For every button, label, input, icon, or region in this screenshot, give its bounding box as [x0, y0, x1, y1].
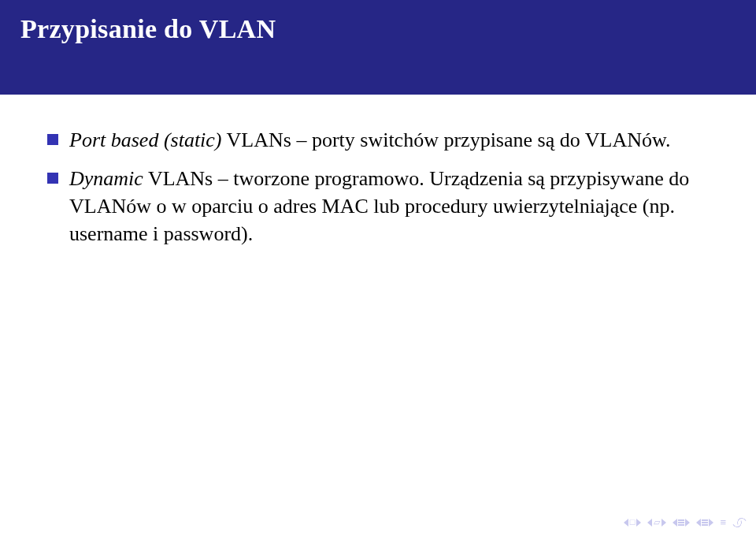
- nav-doc-group[interactable]: [696, 519, 713, 527]
- bullet-rest: VLANs – tworzone programowo. Urządzenia …: [69, 167, 689, 245]
- beamer-nav-bar: □ ▱ ≡: [624, 516, 747, 528]
- subsection-icon: ▱: [653, 518, 661, 527]
- doc-end-icon[interactable]: [709, 519, 713, 527]
- section-icon: [678, 519, 684, 526]
- nav-frame-group[interactable]: □: [624, 518, 642, 527]
- frame-icon: □: [629, 518, 636, 527]
- slide-content: Port based (static) VLANs – porty switch…: [0, 95, 756, 248]
- next-subsection-icon[interactable]: [662, 519, 666, 527]
- next-section-icon[interactable]: [685, 519, 690, 527]
- slide: Przypisanie do VLAN Port based (static) …: [0, 0, 756, 536]
- bullet-text: Dynamic VLANs – tworzone programowo. Urz…: [69, 165, 709, 248]
- nav-cycle-icon[interactable]: [732, 517, 747, 528]
- prev-subsection-icon[interactable]: [647, 519, 652, 527]
- slide-title: Przypisanie do VLAN: [20, 14, 276, 43]
- bullet-item: Port based (static) VLANs – porty switch…: [47, 126, 709, 154]
- bullet-text: Port based (static) VLANs – porty switch…: [69, 126, 709, 154]
- slide-title-bar: Przypisanie do VLAN: [0, 0, 756, 95]
- bullet-lead: Dynamic: [69, 167, 143, 190]
- nav-equiv-icon: ≡: [720, 516, 726, 528]
- bullet-marker-icon: [47, 134, 58, 145]
- doc-start-icon[interactable]: [696, 519, 701, 527]
- prev-slide-icon[interactable]: [624, 519, 628, 527]
- bullet-item: Dynamic VLANs – tworzone programowo. Urz…: [47, 165, 709, 248]
- next-slide-icon[interactable]: [636, 519, 641, 527]
- bullet-marker-icon: [47, 173, 58, 184]
- bullet-rest: VLANs – porty switchów przypisane są do …: [222, 128, 671, 151]
- nav-subsection-group[interactable]: ▱: [647, 518, 666, 527]
- prev-section-icon[interactable]: [673, 519, 677, 527]
- nav-section-group[interactable]: [673, 519, 690, 527]
- bullet-lead: Port based (static): [69, 128, 222, 151]
- doc-icon: [702, 519, 708, 526]
